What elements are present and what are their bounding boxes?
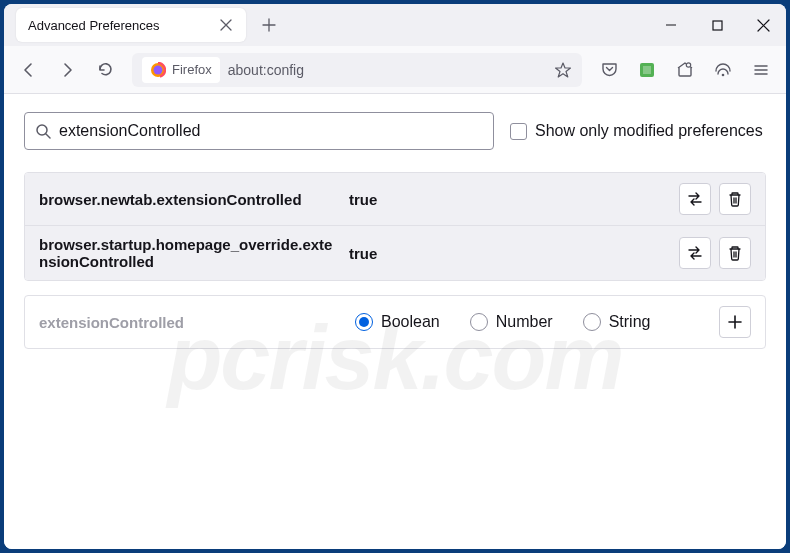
account-button[interactable] — [668, 53, 702, 87]
svg-rect-4 — [643, 66, 651, 74]
reload-button[interactable] — [88, 53, 122, 87]
back-button[interactable] — [12, 53, 46, 87]
nav-toolbar: Firefox about:config — [4, 46, 786, 94]
new-pref-name: extensionControlled — [39, 314, 339, 331]
svg-point-5 — [686, 62, 690, 66]
radio-label: Number — [496, 313, 553, 331]
url-text: about:config — [228, 62, 546, 78]
toggle-icon — [686, 244, 704, 262]
toggle-button[interactable] — [679, 237, 711, 269]
pref-value: true — [349, 191, 669, 208]
new-tab-button[interactable] — [254, 10, 284, 40]
svg-point-2 — [154, 65, 163, 74]
identity-label: Firefox — [172, 62, 212, 77]
search-row: Show only modified preferences — [24, 112, 766, 150]
pref-table: browser.newtab.extensionControlled true … — [24, 172, 766, 281]
browser-tab[interactable]: Advanced Preferences — [16, 8, 246, 42]
pocket-button[interactable] — [592, 53, 626, 87]
checkbox-text: Show only modified preferences — [535, 122, 763, 140]
pref-name: browser.startup.homepage_override.extens… — [39, 236, 339, 270]
extension-button[interactable] — [630, 53, 664, 87]
firefox-logo-icon — [150, 62, 166, 78]
plus-icon — [727, 314, 743, 330]
forward-button[interactable] — [50, 53, 84, 87]
delete-button[interactable] — [719, 237, 751, 269]
checkbox-icon — [510, 123, 527, 140]
close-window-button[interactable] — [740, 4, 786, 46]
titlebar: Advanced Preferences — [4, 4, 786, 46]
pref-actions — [679, 183, 751, 215]
toggle-button[interactable] — [679, 183, 711, 215]
radio-label: Boolean — [381, 313, 440, 331]
radio-icon — [470, 313, 488, 331]
add-pref-button[interactable] — [719, 306, 751, 338]
radio-icon — [583, 313, 601, 331]
show-modified-checkbox[interactable]: Show only modified preferences — [510, 122, 763, 140]
radio-boolean[interactable]: Boolean — [355, 313, 440, 331]
tab-title: Advanced Preferences — [28, 18, 208, 33]
search-icon — [35, 123, 51, 139]
pref-row[interactable]: browser.startup.homepage_override.extens… — [25, 225, 765, 280]
bookmark-star-icon[interactable] — [554, 61, 572, 79]
app-menu-button[interactable] — [744, 53, 778, 87]
about-config-content: Show only modified preferences browser.n… — [4, 94, 786, 549]
url-bar[interactable]: Firefox about:config — [132, 53, 582, 87]
identity-box[interactable]: Firefox — [142, 57, 220, 83]
pref-actions — [679, 237, 751, 269]
pref-value: true — [349, 245, 669, 262]
pref-search-input[interactable] — [59, 122, 483, 140]
radio-label: String — [609, 313, 651, 331]
trash-icon — [727, 245, 743, 261]
trash-icon — [727, 191, 743, 207]
pref-name: browser.newtab.extensionControlled — [39, 191, 339, 208]
radio-icon — [355, 313, 373, 331]
radio-number[interactable]: Number — [470, 313, 553, 331]
delete-button[interactable] — [719, 183, 751, 215]
pref-search-box[interactable] — [24, 112, 494, 150]
close-tab-icon[interactable] — [218, 17, 234, 33]
svg-rect-0 — [713, 21, 722, 30]
protections-button[interactable] — [706, 53, 740, 87]
radio-string[interactable]: String — [583, 313, 651, 331]
svg-point-6 — [722, 73, 725, 76]
browser-window: Advanced Preferences — [4, 4, 786, 549]
pref-row[interactable]: browser.newtab.extensionControlled true — [25, 173, 765, 225]
type-radio-group: Boolean Number String — [355, 313, 703, 331]
maximize-button[interactable] — [694, 4, 740, 46]
minimize-button[interactable] — [648, 4, 694, 46]
toggle-icon — [686, 190, 704, 208]
new-pref-row: extensionControlled Boolean Number Strin… — [24, 295, 766, 349]
